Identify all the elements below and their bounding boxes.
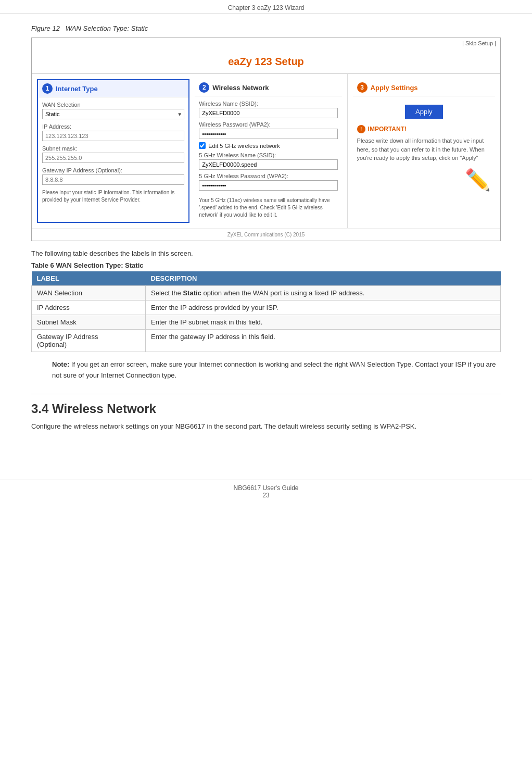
step3-title: Apply Settings <box>371 84 418 92</box>
note-prefix: Note: <box>52 360 71 368</box>
footer-guide: NBG6617 User's Guide <box>0 484 532 492</box>
wireless-header: 2 Wireless Network <box>195 79 341 96</box>
edit-5ghz-row: Edit 5 GHz wireless network <box>199 142 337 149</box>
setup-footer: ZyXEL Communications (C) 2015 <box>32 228 500 241</box>
internet-type-column: 1 Internet Type WAN Selection Static ▼ <box>37 79 189 223</box>
static-bold: Static <box>183 289 201 297</box>
figure-caption: WAN Selection Type: Static <box>66 24 148 32</box>
step2-title: Wireless Network <box>212 84 269 92</box>
setup-columns: 1 Internet Type WAN Selection Static ▼ <box>32 73 500 228</box>
subnet-label: Subnet mask: <box>42 145 184 152</box>
step2-circle: 2 <box>199 82 209 93</box>
wan-selection-select[interactable]: Static <box>42 109 184 119</box>
section-3-4-heading: 3.4 Wireless Network <box>31 394 501 416</box>
figure-label: Figure 12 <box>31 24 60 32</box>
apply-body: Apply ! IMPORTANT! Please write down all… <box>353 96 495 196</box>
figure-title: Figure 12 WAN Selection Type: Static <box>31 24 501 32</box>
page-header: Chapter 3 eaZy 123 Wizard <box>0 0 532 14</box>
wireless-network-column: 2 Wireless Network Wireless Name (SSID):… <box>195 74 347 228</box>
ip-address-label: IP Address: <box>42 123 184 130</box>
ip-address-input[interactable] <box>42 131 184 141</box>
col-label-header: LABEL <box>32 271 146 286</box>
footer-page: 23 <box>0 492 532 499</box>
ssid-input[interactable] <box>199 108 337 118</box>
apply-settings-column: 3 Apply Settings Apply ! IMPORTANT! Plea… <box>348 74 500 228</box>
data-table: LABEL DESCRIPTION WAN Selection Select t… <box>31 271 501 352</box>
gateway-label: Gateway IP Address (Optional): <box>42 167 184 173</box>
chapter-title: Chapter 3 eaZy 123 Wizard <box>228 4 305 11</box>
important-label: IMPORTANT! <box>368 126 407 133</box>
intro-text: The following table describes the labels… <box>31 249 501 257</box>
setup-top-bar: | Skip Setup | <box>32 38 500 48</box>
step1-title: Internet Type <box>56 85 98 93</box>
password-label: Wireless Password (WPA2): <box>199 121 337 128</box>
setup-title: eaZy 123 Setup <box>32 48 500 73</box>
step3-circle: 3 <box>357 82 368 93</box>
table-cell-label: Subnet Mask <box>32 315 146 330</box>
important-row: ! IMPORTANT! <box>357 125 491 133</box>
note-text: If you get an error screen, make sure yo… <box>52 360 496 379</box>
ssid-label: Wireless Name (SSID): <box>199 101 337 107</box>
page-footer: NBG6617 User's Guide 23 <box>0 480 532 503</box>
table-cell-desc: Enter the IP subnet mask in this field. <box>145 315 500 330</box>
table-cell-label: IP Address <box>32 301 146 315</box>
table-cell-label: Gateway IP Address(Optional) <box>32 330 146 352</box>
table-cell-desc: Enter the gateway IP address in this fie… <box>145 330 500 352</box>
gateway-group: Gateway IP Address (Optional): <box>42 167 184 185</box>
table-row: Gateway IP Address(Optional) Enter the g… <box>32 330 501 352</box>
table-row: Subnet Mask Enter the IP subnet mask in … <box>32 315 501 330</box>
wan-note: Please input your static IP information.… <box>42 189 184 204</box>
table-row: WAN Selection Select the Static option w… <box>32 286 501 301</box>
wan-selection-label: WAN Selection <box>42 102 184 108</box>
edit-5ghz-checkbox[interactable] <box>199 142 206 149</box>
table-title: Table 6 WAN Selection Type: Static <box>31 261 501 269</box>
table-cell-label: WAN Selection <box>32 286 146 301</box>
ssid-5ghz-input[interactable] <box>199 159 337 170</box>
section-3-4-body: Configure the wireless network settings … <box>31 421 501 432</box>
internet-type-body: WAN Selection Static ▼ IP Address: <box>38 97 188 208</box>
wan-selection-group: WAN Selection Static ▼ <box>42 102 184 119</box>
password-input[interactable] <box>199 129 337 139</box>
table-row: IP Address Enter the IP address provided… <box>32 301 501 315</box>
table-cell-desc: Enter the IP address provided by your IS… <box>145 301 500 315</box>
internet-type-header: 1 Internet Type <box>38 80 188 97</box>
wireless-note: Your 5 GHz (11ac) wireless name will aut… <box>199 197 337 219</box>
password-5ghz-label: 5 GHz Wireless Password (WPA2): <box>199 173 337 179</box>
ssid-5ghz-label: 5 GHz Wireless Name (SSID): <box>199 152 337 158</box>
apply-note: Please write down all information that y… <box>357 136 491 162</box>
skip-setup-link[interactable]: | Skip Setup | <box>462 40 496 46</box>
subnet-group: Subnet mask: <box>42 145 184 163</box>
pen-illustration-icon: ✏️ <box>357 168 491 192</box>
table-cell-desc: Select the Static option when the WAN po… <box>145 286 500 301</box>
ip-address-group: IP Address: <box>42 123 184 141</box>
edit-5ghz-label: Edit 5 GHz wireless network <box>208 143 280 149</box>
setup-box: | Skip Setup | eaZy 123 Setup 1 Internet… <box>31 37 501 241</box>
col-description-header: DESCRIPTION <box>145 271 500 286</box>
gateway-input[interactable] <box>42 174 184 185</box>
apply-button[interactable]: Apply <box>405 105 443 119</box>
table-header-row: LABEL DESCRIPTION <box>32 271 501 286</box>
apply-header: 3 Apply Settings <box>353 79 495 96</box>
step1-circle: 1 <box>42 83 53 94</box>
password-5ghz-input[interactable] <box>199 180 337 191</box>
subnet-input[interactable] <box>42 153 184 163</box>
wan-selection-wrap: Static ▼ <box>42 109 184 119</box>
note-box: Note: If you get an error screen, make s… <box>52 359 501 381</box>
important-icon: ! <box>357 125 365 133</box>
wireless-body: Wireless Name (SSID): Wireless Password … <box>195 96 341 223</box>
